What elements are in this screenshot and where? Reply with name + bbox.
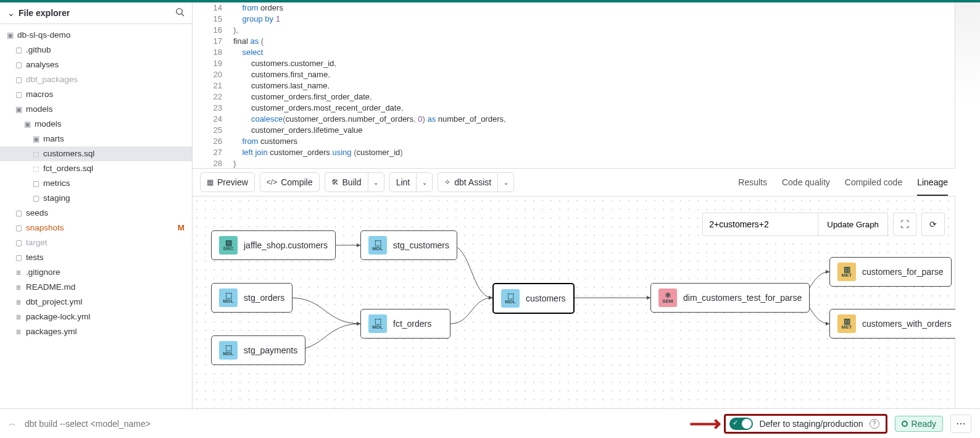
tab-code-quality[interactable]: Code quality [782,169,830,196]
tree-item-staging[interactable]: staging [0,191,192,206]
tree-item-snapshots[interactable]: snapshotsM [0,221,192,235]
cube-icon [31,148,41,160]
lint-button[interactable]: Lint [389,172,417,192]
tree-item-label: models [26,103,53,116]
lineage-node-stg-customers[interactable]: ⬚MDLstg_customers [360,230,457,260]
tree-item-target[interactable]: target [0,235,192,250]
file-icon [14,296,23,308]
refresh-button[interactable]: ⟳ [921,213,945,236]
file-icon [14,311,23,323]
mdl-icon: ⬚MDL [501,289,520,308]
tree-item-label: metrics [43,177,70,190]
cli-caret-icon[interactable]: ︿ [9,418,16,429]
chevron-down-icon: ⌄ [6,8,16,18]
file-explorer-header[interactable]: ⌄ File explorer [0,2,192,24]
editor-code[interactable]: from orders group by 1),final as ( selec… [233,2,955,168]
tree-item-fct-orders-sql[interactable]: fct_orders.sql [0,161,192,176]
defer-toggle[interactable]: ✓ [729,418,753,430]
lineage-selector-group: Update Graph [702,213,888,236]
lineage-node-fct-orders[interactable]: ⬚MDLfct_orders [360,309,451,339]
tree-item-db-sl-qs-demo[interactable]: db-sl-qs-demo [0,28,192,43]
folder-icon [14,251,23,264]
tree-item-label: customers.sql [43,148,94,160]
assist-caret[interactable]: ⌄ [498,172,514,192]
editor-gutter: 14151617181920212223242526272829 [193,2,228,168]
tree-item--gitignore[interactable]: .gitignore [0,265,192,280]
lineage-node-dim-customers-test-for-parse[interactable]: ⚛SEMdim_customers_test_for_parse [650,283,810,313]
mdl-icon: ⬚MDL [368,314,387,333]
tree-item-marts[interactable]: marts [0,132,192,146]
mdl-icon: ⬚MDL [219,288,238,307]
bottom-bar: ︿ ⟶ ✓ Defer to staging/production ? Read… [0,408,980,438]
lint-caret[interactable]: ⌄ [417,172,433,192]
dbt-assist-button[interactable]: ✧dbt Assist [438,172,498,192]
run-toolbar: ▦Preview </>Compile 🛠Build ⌄ Lint ⌄ ✧dbt… [193,168,955,196]
lineage-graph[interactable]: Update Graph ⛶ ⟳ ▤SRCjaffle_shop.custome… [193,196,955,408]
file-explorer-sidebar: ⌄ File explorer db-sl-qs-demo.githubanal… [0,2,193,410]
tree-item-metrics[interactable]: metrics [0,176,192,191]
tree-item-models[interactable]: models [0,102,192,117]
folder-icon [31,192,41,204]
sem-icon: ⚛SEM [658,288,677,307]
status-ready[interactable]: Ready [895,416,943,432]
lineage-node-stg-payments[interactable]: ⬚MDLstg_payments [211,335,305,365]
tree-item-label: packages.yml [26,326,77,338]
code-editor[interactable]: 14151617181920212223242526272829 from or… [193,2,955,168]
help-icon[interactable]: ? [870,419,879,429]
tab-results[interactable]: Results [738,169,767,196]
tree-item-label: README.md [26,281,75,293]
tree-item-customers-sql[interactable]: customers.sql [0,146,192,161]
tree-item-dbt-packages[interactable]: dbt_packages [0,72,192,87]
file-icon [14,326,23,338]
tree-item-seeds[interactable]: seeds [0,206,192,221]
folder-icon [14,74,23,86]
preview-button[interactable]: ▦Preview [200,172,255,192]
cube-icon [31,162,41,175]
lineage-selector-input[interactable] [702,213,818,236]
tree-item-tests[interactable]: tests [0,250,192,265]
node-label: jaffle_shop.customers [244,240,328,250]
tab-lineage[interactable]: Lineage [917,169,948,196]
editor-minimap[interactable] [955,2,980,168]
tree-item-dbt-project-yml[interactable]: dbt_project.yml [0,295,192,310]
tree-item--github[interactable]: .github [0,43,192,57]
folder-icon [14,44,23,56]
svg-line-1 [181,14,184,16]
fullscreen-button[interactable]: ⛶ [893,213,916,236]
lineage-node-customers-with-orders[interactable]: ▥METcustomers_with_orders [829,309,960,339]
tree-item-label: db-sl-qs-demo [17,29,70,41]
status-dot-icon [902,421,908,427]
tree-item-label: .github [26,44,51,56]
lineage-node-customers-for-parse[interactable]: ▥METcustomers_for_parse [829,257,952,287]
build-button[interactable]: 🛠Build [325,172,368,192]
tree-item-macros[interactable]: macros [0,87,192,102]
cli-input[interactable] [23,418,682,429]
node-label: customers [526,293,566,303]
tree-item-readme-md[interactable]: README.md [0,280,192,295]
grid-icon: ▦ [207,178,214,187]
tree-item-models[interactable]: models [0,117,192,132]
build-caret[interactable]: ⌄ [368,172,384,192]
update-graph-button[interactable]: Update Graph [818,213,888,236]
met-icon: ▥MET [837,314,856,333]
tree-item-packages-yml[interactable]: packages.yml [0,324,192,339]
tree-item-label: dbt_project.yml [26,296,83,308]
folder-open-icon [14,103,23,116]
file-tree: db-sl-qs-demo.githubanalysesdbt_packages… [0,24,192,343]
lineage-toolbar: Update Graph ⛶ ⟳ [702,213,945,236]
compile-button[interactable]: </>Compile [260,172,320,192]
tab-compiled-code[interactable]: Compiled code [845,169,902,196]
lineage-node-jaffle-shop-customers[interactable]: ▤SRCjaffle_shop.customers [211,230,336,260]
node-label: fct_orders [393,319,431,329]
lineage-node-stg-orders[interactable]: ⬚MDLstg_orders [211,283,293,313]
build-button-group: 🛠Build ⌄ [325,172,384,192]
tree-item-label: package-lock.yml [26,311,90,323]
lineage-node-customers[interactable]: ⬚MDLcustomers [492,283,575,314]
search-icon[interactable] [173,7,186,19]
folder-icon [14,59,23,71]
tree-item-analyses[interactable]: analyses [0,57,192,72]
tree-item-package-lock-yml[interactable]: package-lock.yml [0,310,192,324]
node-label: customers_for_parse [862,267,944,277]
more-button[interactable]: ⋯ [950,415,971,433]
folder-icon [31,177,41,190]
